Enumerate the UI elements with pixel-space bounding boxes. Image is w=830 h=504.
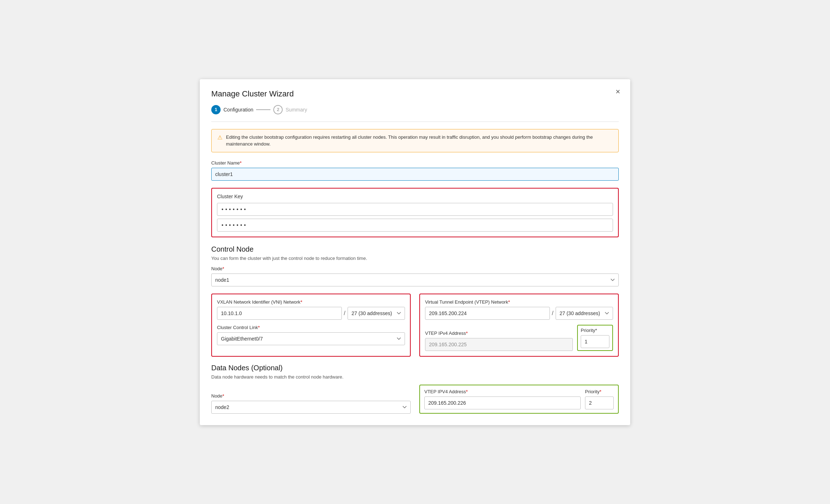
- cluster-key-input-2[interactable]: [217, 219, 613, 232]
- vni-ip-select-row: / 27 (30 addresses) 24 (256 addresses) 2…: [217, 307, 405, 320]
- vni-mask-select[interactable]: 27 (30 addresses) 24 (256 addresses) 25 …: [348, 307, 405, 320]
- data-priority-input[interactable]: [585, 396, 614, 409]
- vni-slash: /: [344, 310, 345, 317]
- data-nodes-section: Data Nodes (Optional) Data node hardware…: [211, 364, 619, 414]
- vtep-ipv4-label: VTEP IPv4 Address*: [425, 331, 573, 336]
- cluster-key-input-1[interactable]: [217, 203, 613, 216]
- warning-banner: ⚠ Editing the cluster bootstrap configur…: [211, 129, 619, 152]
- data-nodes-desc: Data node hardware needs to match the co…: [211, 374, 619, 380]
- control-priority-input[interactable]: [581, 335, 609, 348]
- data-nodes-title: Data Nodes (Optional): [211, 364, 619, 372]
- control-priority-box: Priority*: [577, 325, 613, 351]
- control-node-field: Node* node1 node2 node3: [211, 266, 619, 286]
- warning-icon: ⚠: [217, 134, 222, 141]
- data-vtep-ipv4-input[interactable]: [424, 396, 581, 409]
- vtep-ipv4-input: [425, 338, 573, 351]
- vni-label: VXLAN Network Identifier (VNI) Network*: [217, 299, 405, 305]
- control-node-select[interactable]: node1 node2 node3: [211, 274, 619, 286]
- step-divider: [256, 109, 270, 110]
- cluster-key-box: Cluster Key: [211, 188, 619, 237]
- control-node-title: Control Node: [211, 245, 619, 253]
- data-node-select-wrapper: node2 node1 node3: [211, 401, 411, 414]
- control-node-label: Node*: [211, 266, 619, 271]
- data-nodes-row: Node* node2 node1 node3 VTEP IPV4 Addres…: [211, 385, 619, 414]
- vtep-ipv4-section: VTEP IPv4 Address*: [425, 331, 573, 351]
- warning-text: Editing the cluster bootstrap configurat…: [226, 134, 613, 148]
- data-priority-section: Priority*: [585, 389, 614, 409]
- cluster-name-label: Cluster Name*: [211, 160, 619, 166]
- control-node-select-wrapper: node1 node2 node3: [211, 274, 619, 286]
- vni-box: VXLAN Network Identifier (VNI) Network* …: [211, 294, 411, 357]
- close-button[interactable]: ×: [616, 88, 620, 96]
- data-vtep-ipv4-field: VTEP IPV4 Address*: [424, 389, 581, 409]
- cluster-control-link-section: Cluster Control Link* GigabitEthernet0/7…: [217, 325, 405, 345]
- ccl-select[interactable]: GigabitEthernet0/7 GigabitEthernet0/8: [217, 332, 405, 345]
- vtep-mask-select[interactable]: 27 (30 addresses) 24 (256 addresses) 25 …: [556, 307, 613, 320]
- ccl-label: Cluster Control Link*: [217, 325, 405, 330]
- data-node-label: Node*: [211, 393, 411, 399]
- step-1-label: Configuration: [223, 107, 253, 113]
- data-vtep-priority-inner: VTEP IPV4 Address* Priority*: [424, 389, 614, 409]
- step-1: 1 Configuration: [211, 105, 253, 114]
- data-vtep-ipv4-label: VTEP IPV4 Address*: [424, 389, 581, 394]
- cluster-key-label: Cluster Key: [217, 194, 613, 199]
- cluster-name-input[interactable]: [211, 168, 619, 181]
- control-node-desc: You can form the cluster with just the c…: [211, 256, 619, 261]
- vtep-ip-select-row: / 27 (30 addresses) 24 (256 addresses) 2…: [425, 307, 613, 320]
- data-vtep-priority-box: VTEP IPV4 Address* Priority*: [419, 385, 619, 414]
- control-node-section: Control Node You can form the cluster wi…: [211, 245, 619, 286]
- step-2: 2 Summary: [273, 105, 307, 114]
- steps-bar: 1 Configuration 2 Summary: [211, 105, 619, 114]
- vtep-ipv4-priority-row: VTEP IPv4 Address* Priority*: [425, 325, 613, 351]
- vtep-ip-input[interactable]: [425, 307, 550, 320]
- vni-vtep-section: VXLAN Network Identifier (VNI) Network* …: [211, 294, 619, 357]
- control-priority-label: Priority*: [581, 328, 609, 333]
- data-priority-label: Priority*: [585, 389, 614, 394]
- wizard-container: Manage Cluster Wizard × 1 Configuration …: [200, 79, 630, 425]
- vtep-box: Virtual Tunnel Endpoint (VTEP) Network* …: [419, 294, 619, 357]
- ccl-select-wrapper: GigabitEthernet0/7 GigabitEthernet0/8: [217, 332, 405, 345]
- vni-ip-input[interactable]: [217, 307, 342, 320]
- data-node-field: Node* node2 node1 node3: [211, 393, 411, 414]
- data-node-select[interactable]: node2 node1 node3: [211, 401, 411, 414]
- vtep-slash: /: [552, 310, 553, 317]
- cluster-name-section: Cluster Name*: [211, 160, 619, 181]
- step-2-circle: 2: [273, 105, 283, 114]
- step-2-label: Summary: [286, 107, 307, 113]
- step-1-circle: 1: [211, 105, 221, 114]
- divider: [211, 122, 619, 122]
- vtep-label: Virtual Tunnel Endpoint (VTEP) Network*: [425, 299, 613, 305]
- wizard-title: Manage Cluster Wizard: [211, 89, 619, 99]
